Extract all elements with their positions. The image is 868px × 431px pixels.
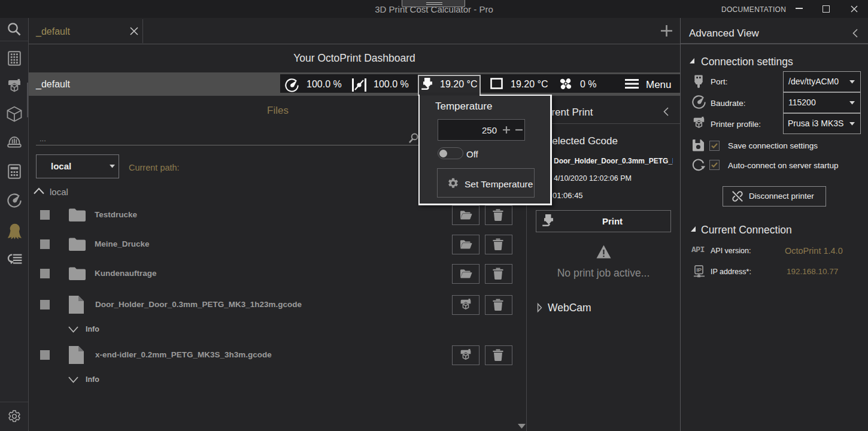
svg-text:IP: IP	[696, 266, 702, 273]
